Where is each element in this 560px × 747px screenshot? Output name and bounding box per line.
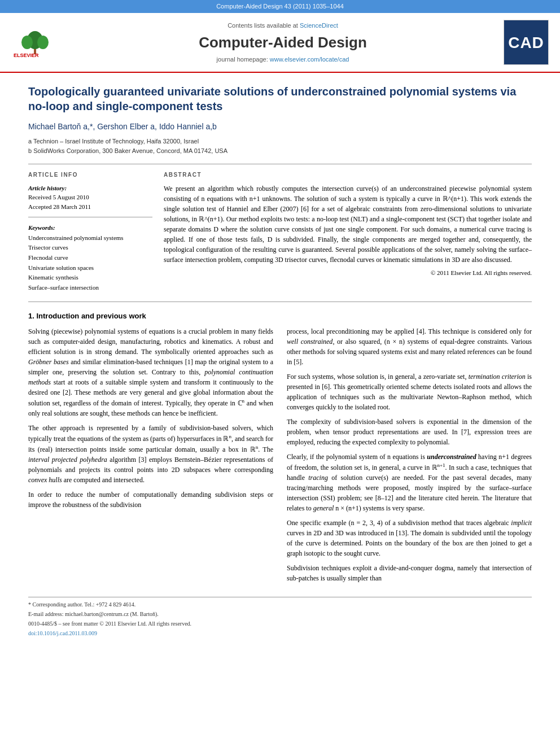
footer-note-2: E-mail address: michael.barton@centrum.c… <box>28 610 532 618</box>
keywords-block: Keywords: Underconstrained polynomial sy… <box>28 223 152 292</box>
abstract-heading: ABSTRACT <box>164 171 532 179</box>
received-date: Received 5 August 2010 <box>28 193 152 202</box>
abstract-paragraph: We present an algorithm which robustly c… <box>164 184 532 265</box>
article-footer: * Corresponding author. Tel.: +972 4 829… <box>28 597 532 637</box>
svg-text:ELSEVIER: ELSEVIER <box>14 53 39 58</box>
abstract-column: ABSTRACT We present an algorithm which r… <box>164 171 532 293</box>
footer-note-4: doi:10.1016/j.cad.2011.03.009 <box>28 630 532 637</box>
section1-title: 1. Introduction and previous work <box>28 311 532 321</box>
divider-top <box>28 164 532 164</box>
journal-homepage: journal homepage: www.elsevier.com/locat… <box>73 55 492 64</box>
history-label: Article history: <box>28 184 152 193</box>
article-history: Article history: Received 5 August 2010 … <box>28 184 152 212</box>
article-info-abstract: ARTICLE INFO Article history: Received 5… <box>28 171 532 293</box>
accepted-date: Accepted 28 March 2011 <box>28 202 152 212</box>
affiliation-a: a Technion – Israel Institute of Technol… <box>28 137 532 146</box>
keyword-4: Kinematic synthesis <box>28 273 152 283</box>
journal-title: Computer-Aided Design <box>73 32 492 53</box>
article-content: Topologically guaranteed univariate solu… <box>0 73 560 650</box>
doi-link[interactable]: doi:10.1016/j.cad.2011.03.009 <box>28 630 97 636</box>
keyword-5: Surface–surface intersection <box>28 283 152 293</box>
journal-citation: Computer-Aided Design 43 (2011) 1035–104… <box>216 3 344 10</box>
article-info-column: ARTICLE INFO Article history: Received 5… <box>28 171 152 293</box>
article-title: Topologically guaranteed univariate solu… <box>28 84 532 113</box>
copyright: © 2011 Elsevier Ltd. All rights reserved… <box>164 268 532 278</box>
divider-body <box>28 302 532 302</box>
sciencedirect-line: Contents lists available at ScienceDirec… <box>73 21 492 30</box>
article-info-heading: ARTICLE INFO <box>28 171 152 179</box>
keyword-2: Flecnodal curve <box>28 253 152 263</box>
cad-logo: CAD <box>504 20 549 65</box>
divider-info <box>28 217 152 217</box>
body-r3: Clearly, if the polynomial system of n e… <box>287 452 532 513</box>
body-section: 1. Introduction and previous work Solvin… <box>28 311 532 587</box>
body-col-left: Solving (piecewise) polynomial systems o… <box>28 326 273 588</box>
body-r1: For such systems, whose solution is, in … <box>287 372 532 412</box>
body-p1: The other approach is represented by a f… <box>28 423 273 485</box>
affiliation-b: b SolidWorks Corporation, 300 Baker Aven… <box>28 147 532 155</box>
homepage-link[interactable]: www.elsevier.com/locate/cad <box>270 56 349 63</box>
body-p0: Solving (piecewise) polynomial systems o… <box>28 326 273 418</box>
body-p2: In order to reduce the number of computa… <box>28 490 273 510</box>
sciencedirect-link[interactable]: ScienceDirect <box>300 22 338 29</box>
journal-center: Contents lists available at ScienceDirec… <box>73 21 492 64</box>
body-r5: Subdivision techniques exploit a divide-… <box>287 563 532 583</box>
authors-text: Michael Bartoň a,*, Gershon Elber a, Idd… <box>28 122 217 131</box>
elsevier-logo: ELSEVIER <box>11 24 62 61</box>
body-r0: process, local preconditioning may be ap… <box>287 326 532 367</box>
journal-header: ELSEVIER Contents lists available at Sci… <box>0 13 560 73</box>
body-col-right: process, local preconditioning may be ap… <box>287 326 532 588</box>
footer-note-3: 0010-4485/$ – see front matter © 2011 El… <box>28 620 532 628</box>
keyword-1: Trisector curves <box>28 243 152 253</box>
body-two-col: Solving (piecewise) polynomial systems o… <box>28 326 532 588</box>
svg-point-3 <box>37 36 49 49</box>
keyword-0: Underconstrained polynomial systems <box>28 233 152 243</box>
top-bar: Computer-Aided Design 43 (2011) 1035–104… <box>0 0 560 13</box>
body-r4: One specific example (n = 2, 3, 4) of a … <box>287 518 532 558</box>
keyword-3: Univariate solution spaces <box>28 263 152 273</box>
authors: Michael Bartoň a,*, Gershon Elber a, Idd… <box>28 121 532 133</box>
svg-point-2 <box>21 36 33 49</box>
keywords-label: Keywords: <box>28 223 152 233</box>
footer-note-1: * Corresponding author. Tel.: +972 4 829… <box>28 601 532 609</box>
body-r2: The complexity of subdivision-based solv… <box>287 417 532 447</box>
affiliations: a Technion – Israel Institute of Technol… <box>28 137 532 156</box>
abstract-text: We present an algorithm which robustly c… <box>164 184 532 278</box>
